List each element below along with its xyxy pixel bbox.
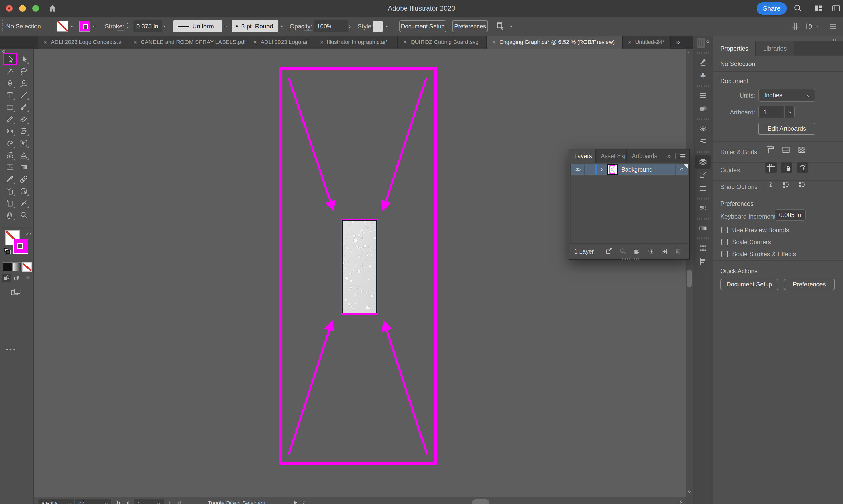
scroll-right-icon[interactable] xyxy=(678,500,684,504)
line-segment-tool[interactable] xyxy=(18,90,30,100)
width-profile-dropdown[interactable]: Uniform xyxy=(173,20,222,32)
brushes-panel-icon[interactable] xyxy=(693,56,713,69)
gradient-button[interactable] xyxy=(12,263,22,271)
stroke-proxy[interactable] xyxy=(13,239,28,254)
doc-arrange-chevron-icon[interactable] xyxy=(508,24,513,29)
collect-export-icon[interactable] xyxy=(605,247,613,256)
qa-preferences-button[interactable]: Preferences xyxy=(784,279,835,290)
eraser-tool[interactable] xyxy=(18,114,30,124)
scroll-down-icon[interactable] xyxy=(687,489,692,495)
tab-close-icon[interactable]: ✕ xyxy=(403,39,407,45)
layer-name[interactable]: Background xyxy=(618,166,675,173)
type-tool[interactable] xyxy=(4,90,16,100)
draw-normal-mode-button[interactable] xyxy=(2,274,11,282)
transform-panel-icon[interactable] xyxy=(693,241,713,255)
edit-artboards-button[interactable]: Edit Artboards xyxy=(758,123,815,135)
symbols-panel-icon[interactable]: ♣ xyxy=(693,69,713,82)
layers-panel-icon[interactable] xyxy=(695,155,711,168)
blend-tool[interactable] xyxy=(18,174,30,184)
artboard-select[interactable]: 1 xyxy=(758,106,795,119)
tab-properties[interactable]: Properties xyxy=(713,41,756,56)
first-artboard-icon[interactable] xyxy=(116,500,122,504)
smart-guides-icon[interactable] xyxy=(797,162,808,173)
swap-fill-stroke-icon[interactable] xyxy=(24,230,33,238)
new-layer-icon[interactable] xyxy=(660,247,669,256)
doc-arrange-icon[interactable] xyxy=(496,21,506,31)
units-chevron-icon[interactable] xyxy=(805,93,811,99)
zoom-tool[interactable] xyxy=(18,210,30,220)
opacity-expand-icon[interactable] xyxy=(347,24,353,29)
document-tab-4[interactable]: ✕Illustrator Infographic.ai* xyxy=(314,36,398,49)
opacity-field[interactable]: 100% xyxy=(314,20,348,32)
document-tab-5[interactable]: ✕QUIROZ Cutting Board.svg xyxy=(398,36,487,49)
layers-menu-icon[interactable] xyxy=(679,152,687,160)
zoom-level-field[interactable]: 6.52% xyxy=(38,499,74,504)
tab-close-icon[interactable]: ✕ xyxy=(492,39,496,45)
dock-group-grip[interactable] xyxy=(697,237,710,239)
scale-tool[interactable] xyxy=(18,126,30,136)
artboard-nav-field[interactable]: 1 xyxy=(134,499,164,504)
dock-group-grip[interactable] xyxy=(697,118,710,120)
brush-dropdown[interactable]: 3 pt. Round xyxy=(232,20,278,32)
toolbar-collapse-icon[interactable]: « xyxy=(2,48,5,55)
next-artboard-icon[interactable] xyxy=(166,500,173,504)
stroke-weight-chevron-icon[interactable] xyxy=(161,24,166,29)
new-sublayer-icon[interactable] xyxy=(647,247,655,256)
layers-tab-asset-export[interactable]: Asset Export xyxy=(596,149,627,163)
next-artboard-prop-icon[interactable] xyxy=(813,109,820,115)
width-profile-chevron-icon[interactable] xyxy=(223,24,228,29)
tab-libraries[interactable]: Libraries xyxy=(756,41,794,56)
qa-document-setup-button[interactable]: Document Setup xyxy=(720,279,778,290)
scroll-left-icon[interactable] xyxy=(300,500,306,504)
checkbox-scale-strokes-effects[interactable] xyxy=(721,251,728,257)
paintbrush-tool[interactable] xyxy=(18,102,30,112)
tab-close-icon[interactable]: ✕ xyxy=(133,39,137,45)
horizontal-scroll-thumb[interactable] xyxy=(472,499,489,504)
dock-grip[interactable] xyxy=(697,38,705,48)
dock-collapse-icon[interactable]: « xyxy=(706,38,709,45)
tab-overflow-icon[interactable]: » xyxy=(671,36,680,49)
opacity-label[interactable]: Opacity: xyxy=(290,17,312,36)
tab-close-icon[interactable]: ✕ xyxy=(320,39,324,45)
graph-tool[interactable] xyxy=(18,186,30,196)
dock-group-grip[interactable] xyxy=(697,85,710,87)
document-tab-2[interactable]: ✕CANDLE and ROOM SPRAY LABELS.pdf xyxy=(128,36,248,49)
dock-group-grip[interactable] xyxy=(697,198,710,200)
artboard-chevron-icon[interactable] xyxy=(787,110,793,116)
brush-chevron-icon[interactable] xyxy=(279,24,285,29)
controlbar-menu-icon[interactable] xyxy=(828,21,838,31)
snap-point-icon[interactable] xyxy=(765,180,775,190)
stroke-swatch[interactable] xyxy=(79,21,90,32)
layer-row-background[interactable]: Background xyxy=(571,164,688,175)
curvature-tool[interactable] xyxy=(18,78,30,88)
stroke-weight-field[interactable]: 0.375 in xyxy=(133,20,162,32)
symbol-sprayer-tool[interactable] xyxy=(4,186,16,196)
previous-artboard-icon[interactable] xyxy=(124,500,131,504)
pen-tool[interactable] xyxy=(4,78,16,88)
controlbar-grip[interactable] xyxy=(2,20,3,32)
units-select[interactable]: Inches xyxy=(758,89,815,102)
prev-artboard-prop-icon[interactable] xyxy=(802,109,808,115)
document-tab-3[interactable]: ✕ADLI 2023 Logo.ai xyxy=(248,36,314,49)
panel-toggle-icon[interactable] xyxy=(831,4,841,13)
fill-chevron-icon[interactable] xyxy=(69,24,75,29)
perspective-grid-tool[interactable] xyxy=(18,150,30,160)
pencil-tool[interactable] xyxy=(4,114,16,124)
dock-group-grip[interactable] xyxy=(697,52,710,54)
last-artboard-icon[interactable] xyxy=(176,500,182,504)
lock-guides-icon[interactable] xyxy=(781,162,792,173)
artboards-panel-icon[interactable] xyxy=(693,135,713,149)
ruler-icon[interactable] xyxy=(765,145,775,155)
rotation-field[interactable]: 0° xyxy=(75,499,111,504)
workspace-switcher-icon[interactable] xyxy=(814,4,824,13)
eyedropper-tool[interactable] xyxy=(4,174,16,184)
layer-expand-icon[interactable] xyxy=(597,167,607,172)
snap-grid-icon[interactable] xyxy=(781,180,791,190)
make-mask-icon[interactable] xyxy=(633,247,641,256)
lasso-tool[interactable] xyxy=(18,66,30,76)
free-transform-tool[interactable] xyxy=(18,138,30,148)
direct-selection-tool[interactable] xyxy=(18,54,30,64)
artboard-nav-chevron-icon[interactable] xyxy=(156,502,161,504)
keyboard-increment-field[interactable]: 0.005 in xyxy=(775,209,806,221)
none-button[interactable] xyxy=(22,263,32,272)
